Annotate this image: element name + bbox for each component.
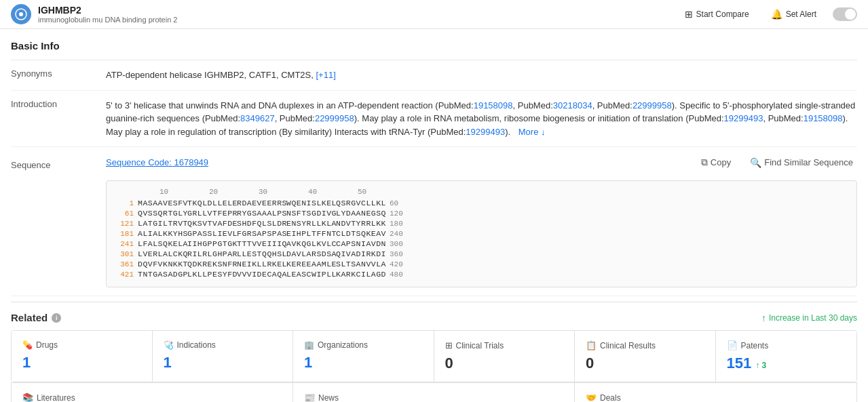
clinical-trials-label-row: ⊞ Clinical Trials xyxy=(445,340,564,350)
svg-point-1 xyxy=(19,12,23,16)
related-grid-row2: 📚 Literatures 159 📰 News 5 ↑ 1 🤝 Deals 0 xyxy=(11,382,857,402)
related-card-patents[interactable]: 📄 Patents 151 ↑ 3 xyxy=(716,331,857,382)
sequence-ruler: 10 20 30 40 50 xyxy=(139,188,850,196)
clinical-results-count: 0 xyxy=(586,355,704,372)
find-similar-label: Find Similar Sequence xyxy=(764,157,853,167)
indications-label: Indications xyxy=(177,340,216,350)
pubmed-link-1[interactable]: 19158098 xyxy=(474,100,513,110)
related-card-news[interactable]: 📰 News 5 ↑ 1 xyxy=(293,382,575,402)
seq-line-1: 1 MASAAVESFV TKQLDLLELE RDAEVEERRS WQENI… xyxy=(113,199,850,207)
related-card-clinical-results[interactable]: 📋 Clinical Results 0 xyxy=(575,331,716,382)
set-alert-button[interactable]: 🔔 Set Alert xyxy=(766,6,822,22)
related-grid-row1: 💊 Drugs 1 🩺 Indications 1 🏢 Organization… xyxy=(11,330,857,382)
copy-button[interactable]: ⧉ Copy xyxy=(697,155,735,169)
sequence-label: Sequence xyxy=(11,160,92,170)
organizations-label-row: 🏢 Organizations xyxy=(304,340,423,350)
drugs-count: 1 xyxy=(22,354,141,371)
pubmed-link-8[interactable]: 19299493 xyxy=(466,127,505,137)
clinical-results-label-row: 📋 Clinical Results xyxy=(586,340,704,350)
pubmed-link-5[interactable]: 22999958 xyxy=(315,113,354,123)
sequence-code-link[interactable]: Sequence Code: 1678949 xyxy=(106,157,208,167)
seq-line-8: 421 TNTGASADGP LKLLPESYFD VVVIDECAQA LEA… xyxy=(113,270,850,279)
more-link[interactable]: More ↓ xyxy=(518,127,546,137)
deals-label: Deals xyxy=(600,393,621,403)
app-logo xyxy=(11,4,31,24)
pubmed-link-6[interactable]: 19299493 xyxy=(724,113,763,123)
introduction-label: Introduction xyxy=(11,99,92,139)
literatures-icon: 📚 xyxy=(22,393,33,402)
related-title: Related i xyxy=(11,312,61,323)
header: IGHMBP2 immunoglobulin mu DNA binding pr… xyxy=(0,0,868,29)
organizations-label: Organizations xyxy=(318,340,368,350)
indications-icon: 🩺 xyxy=(164,340,174,350)
clinical-trials-label: Clinical Trials xyxy=(456,341,504,350)
introduction-row: Introduction 5' to 3' helicase that unwi… xyxy=(11,91,857,148)
clinical-trials-icon: ⊞ xyxy=(445,340,453,350)
main-content: Basic Info Synonyms ATP-dependent helica… xyxy=(0,29,868,402)
indications-count: 1 xyxy=(164,354,282,371)
start-compare-button[interactable]: ⊞ Start Compare xyxy=(679,6,755,22)
header-title: IGHMBP2 immunoglobulin mu DNA binding pr… xyxy=(38,5,177,24)
intro-truncated: Interacts with tRNA-Tyr (PubMed:19299493… xyxy=(335,127,510,137)
pubmed-link-7[interactable]: 19158098 xyxy=(804,113,843,123)
sequence-box[interactable]: 10 20 30 40 50 1 MASAAVESFV TKQLDLLELE R… xyxy=(106,180,857,287)
copy-label: Copy xyxy=(711,157,731,167)
synonyms-more-link[interactable]: [+11] xyxy=(316,70,335,80)
alert-toggle[interactable] xyxy=(833,7,857,21)
clinical-results-icon: 📋 xyxy=(586,340,597,350)
patents-icon: 📄 xyxy=(727,340,738,350)
drugs-label-row: 💊 Drugs xyxy=(22,340,141,350)
gene-name: IGHMBP2 xyxy=(38,5,177,16)
sequence-actions: ⧉ Copy 🔍 Find Similar Sequence xyxy=(697,155,857,169)
compare-icon: ⊞ xyxy=(685,9,693,20)
synonyms-row: Synonyms ATP-dependent helicase IGHMBP2,… xyxy=(11,60,857,91)
seq-line-2: 61 QVSSQRTGLY GRLLVTFEPR RYGSAAALPS NSFT… xyxy=(113,209,850,218)
clinical-trials-count: 0 xyxy=(445,355,564,372)
organizations-icon: 🏢 xyxy=(304,340,314,350)
basic-info-title: Basic Info xyxy=(11,29,857,60)
literatures-label: Literatures xyxy=(37,393,75,403)
seq-line-4: 181 ALIALKKYHS GPASSLIEVL FGRSAPSPAS EIH… xyxy=(113,229,850,238)
sequence-header: Sequence Code: 1678949 ⧉ Copy 🔍 Find Sim… xyxy=(106,155,857,169)
related-card-literatures[interactable]: 📚 Literatures 159 xyxy=(12,382,293,402)
pubmed-link-3[interactable]: 22999958 xyxy=(633,100,672,110)
related-card-drugs[interactable]: 💊 Drugs 1 xyxy=(12,331,153,382)
start-compare-label: Start Compare xyxy=(696,9,749,19)
related-card-clinical-trials[interactable]: ⊞ Clinical Trials 0 xyxy=(434,331,575,382)
pubmed-link-4[interactable]: 8349627 xyxy=(240,113,275,123)
related-card-indications[interactable]: 🩺 Indications 1 xyxy=(153,331,294,382)
pubmed-link-2[interactable]: 30218034 xyxy=(553,100,592,110)
deals-icon: 🤝 xyxy=(586,393,597,402)
trend-label: Increase in Last 30 days xyxy=(769,313,857,323)
seq-line-6: 301 LVERLALCKQ RILRLGHPAR LLESTQQHSL DAV… xyxy=(113,249,850,258)
news-label: News xyxy=(318,393,339,403)
synonyms-label: Synonyms xyxy=(11,68,92,82)
patents-label-row: 📄 Patents xyxy=(727,340,846,350)
sequence-content: 10 20 30 40 50 1 MASAAVESFV TKQLDLLELE R… xyxy=(106,180,857,287)
seq-line-7: 361 DQVFVKNKKT QDKREKSNFR NEIKLLRKEL KER… xyxy=(113,260,850,268)
related-info-icon[interactable]: i xyxy=(52,313,61,323)
find-similar-icon: 🔍 xyxy=(750,157,761,168)
copy-icon: ⧉ xyxy=(701,157,708,168)
news-icon: 📰 xyxy=(304,393,315,402)
header-left: IGHMBP2 immunoglobulin mu DNA binding pr… xyxy=(11,4,177,24)
related-header: Related i ↑ Increase in Last 30 days xyxy=(11,302,857,330)
alert-icon: 🔔 xyxy=(771,9,782,20)
related-card-organizations[interactable]: 🏢 Organizations 1 xyxy=(293,331,434,382)
deals-label-row: 🤝 Deals xyxy=(586,393,846,402)
synonyms-value: ATP-dependent helicase IGHMBP2, CATF1, C… xyxy=(106,68,857,82)
header-right: ⊞ Start Compare 🔔 Set Alert xyxy=(679,6,857,22)
clinical-results-label: Clinical Results xyxy=(600,341,656,350)
drugs-icon: 💊 xyxy=(22,340,33,350)
patents-count: 151 xyxy=(727,355,752,372)
drugs-label: Drugs xyxy=(36,340,58,350)
seq-line-3: 121 LATGILTRVT QKSVTVAFDE SHDFQLSLDR ENS… xyxy=(113,219,850,228)
introduction-value: 5' to 3' helicase that unwinds RNA and D… xyxy=(106,99,857,139)
literatures-label-row: 📚 Literatures xyxy=(22,393,282,402)
related-title-text: Related xyxy=(11,312,48,323)
related-card-deals[interactable]: 🤝 Deals 0 xyxy=(575,382,856,402)
related-trend: ↑ Increase in Last 30 days xyxy=(761,313,857,323)
find-similar-button[interactable]: 🔍 Find Similar Sequence xyxy=(746,156,857,169)
synonyms-text: ATP-dependent helicase IGHMBP2, CATF1, C… xyxy=(106,70,316,80)
patents-label: Patents xyxy=(741,341,769,350)
